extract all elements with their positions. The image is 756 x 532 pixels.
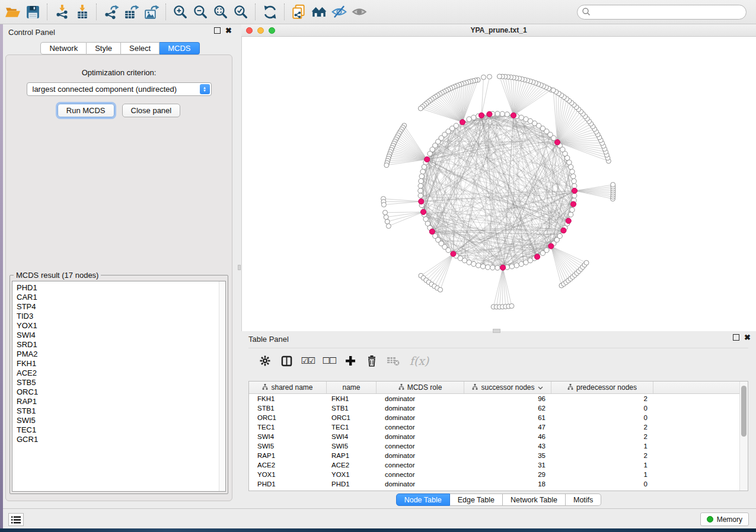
- table-row[interactable]: ORC1ORC1dominator610: [249, 413, 739, 422]
- table-row[interactable]: SWI5SWI5connector431: [249, 441, 739, 451]
- refresh-button[interactable]: [260, 2, 280, 22]
- close-panel-button[interactable]: Close panel: [122, 104, 181, 117]
- minimize-window-icon[interactable]: [257, 27, 264, 34]
- mcds-result-item[interactable]: STB5: [17, 378, 225, 387]
- network-node[interactable]: [428, 151, 432, 156]
- network-node[interactable]: [476, 263, 481, 268]
- network-node[interactable]: [570, 169, 575, 174]
- memory-button[interactable]: Memory: [700, 512, 749, 526]
- table-tab-edge-table[interactable]: Edge Table: [450, 493, 503, 506]
- mcds-hub-node[interactable]: [425, 157, 430, 162]
- network-titlebar[interactable]: YPA_prune.txt_1: [241, 24, 756, 37]
- network-node[interactable]: [514, 263, 519, 268]
- mcds-result-item[interactable]: TID3: [17, 312, 225, 321]
- tab-network[interactable]: Network: [40, 42, 87, 55]
- table-row[interactable]: ACE2ACE2connector311: [249, 460, 739, 470]
- network-leaf-node[interactable]: [383, 210, 388, 215]
- mcds-hub-node[interactable]: [554, 140, 560, 145]
- mcds-hub-node[interactable]: [566, 218, 571, 223]
- task-history-button[interactable]: [8, 513, 24, 526]
- network-leaf-node[interactable]: [481, 75, 486, 79]
- tab-select[interactable]: Select: [121, 42, 160, 55]
- float-panel-icon[interactable]: [214, 27, 221, 34]
- network-node[interactable]: [570, 207, 575, 212]
- network-node[interactable]: [572, 193, 577, 198]
- delete-column-button[interactable]: [361, 350, 382, 371]
- network-leaf-node[interactable]: [381, 203, 386, 207]
- export-table-button[interactable]: [121, 2, 141, 22]
- zoom-selected-button[interactable]: [231, 2, 251, 22]
- network-leaf-node[interactable]: [551, 88, 556, 92]
- column-header-name[interactable]: name: [327, 382, 377, 393]
- vertical-splitter[interactable]: [237, 24, 241, 508]
- network-node[interactable]: [519, 115, 524, 120]
- mcds-result-item[interactable]: CAR1: [17, 293, 225, 302]
- network-node[interactable]: [557, 233, 562, 238]
- mcds-result-item[interactable]: FKH1: [17, 359, 225, 368]
- network-leaf-node[interactable]: [611, 182, 615, 187]
- mcds-result-item[interactable]: STB1: [17, 406, 225, 416]
- show-column-panel-button[interactable]: [276, 350, 297, 371]
- function-builder-button[interactable]: f(x): [404, 350, 435, 371]
- close-window-icon[interactable]: [246, 27, 253, 34]
- network-leaf-node[interactable]: [385, 219, 390, 224]
- network-node[interactable]: [524, 117, 528, 121]
- network-node[interactable]: [495, 111, 500, 116]
- mcds-hub-node[interactable]: [534, 254, 540, 259]
- table-row[interactable]: STB1STB1dominator620: [249, 403, 739, 413]
- mcds-hub-node[interactable]: [429, 229, 435, 234]
- splitter-grabber[interactable]: [238, 265, 241, 270]
- network-node[interactable]: [418, 188, 423, 193]
- mcds-result-list[interactable]: PHD1CAR1STP4TID3YOX1SWI4SRD1PMA2FKH1ACE2…: [12, 281, 226, 492]
- network-node[interactable]: [572, 179, 576, 184]
- table-scrollbar-thumb[interactable]: [741, 386, 747, 437]
- mcds-result-item[interactable]: SWI5: [17, 416, 225, 425]
- search-input[interactable]: [577, 5, 747, 20]
- column-header-successor-nodes[interactable]: successor nodes: [464, 382, 551, 393]
- mcds-hub-node[interactable]: [419, 199, 424, 204]
- network-node[interactable]: [419, 174, 424, 178]
- float-table-panel-icon[interactable]: [733, 334, 739, 341]
- home-views-button[interactable]: [309, 2, 329, 22]
- table-tab-node-table[interactable]: Node Table: [396, 493, 450, 506]
- select-all-button[interactable]: ☑☑: [297, 350, 318, 371]
- mcds-hub-node[interactable]: [479, 113, 484, 118]
- mcds-result-item[interactable]: PMA2: [17, 350, 225, 359]
- mcds-hub-node[interactable]: [460, 120, 465, 125]
- network-node[interactable]: [505, 112, 509, 117]
- table-row[interactable]: SWI4SWI4dominator462: [249, 432, 739, 441]
- zoom-out-button[interactable]: [190, 2, 210, 22]
- table-tab-network-table[interactable]: Network Table: [503, 493, 566, 506]
- table-row[interactable]: FKH1FKH1dominator962: [249, 394, 739, 403]
- close-panel-icon[interactable]: ✖: [225, 27, 232, 34]
- mcds-list-scrollbar[interactable]: [219, 281, 225, 491]
- copy-network-button[interactable]: [289, 2, 309, 22]
- network-node[interactable]: [418, 193, 423, 198]
- network-node[interactable]: [471, 261, 476, 266]
- add-column-button[interactable]: [340, 350, 361, 371]
- save-session-button[interactable]: [23, 2, 43, 22]
- network-node[interactable]: [480, 264, 485, 269]
- network-leaf-node[interactable]: [487, 75, 492, 79]
- export-image-button[interactable]: [141, 2, 161, 22]
- network-node[interactable]: [486, 265, 490, 270]
- network-node[interactable]: [571, 174, 576, 178]
- network-leaf-node[interactable]: [509, 304, 514, 309]
- horizontal-splitter-grabber[interactable]: [493, 329, 500, 333]
- zoom-fit-button[interactable]: [210, 2, 231, 22]
- network-view[interactable]: [242, 37, 755, 330]
- zoom-in-button[interactable]: [170, 2, 190, 22]
- column-header-predecessor-nodes[interactable]: predecessor nodes: [551, 382, 653, 393]
- column-header-mcds-role[interactable]: MCDS role: [377, 382, 464, 393]
- network-node[interactable]: [568, 165, 573, 169]
- maximize-window-icon[interactable]: [269, 27, 275, 34]
- network-node[interactable]: [490, 265, 495, 270]
- network-node[interactable]: [419, 179, 423, 184]
- network-node[interactable]: [467, 117, 471, 121]
- table-scrollbar[interactable]: [739, 382, 748, 491]
- table-row[interactable]: RAP1RAP1dominator352: [249, 451, 739, 460]
- mcds-hub-node[interactable]: [572, 188, 577, 193]
- network-leaf-node[interactable]: [386, 224, 391, 229]
- network-node[interactable]: [420, 169, 425, 174]
- mcds-result-item[interactable]: SRD1: [17, 340, 225, 350]
